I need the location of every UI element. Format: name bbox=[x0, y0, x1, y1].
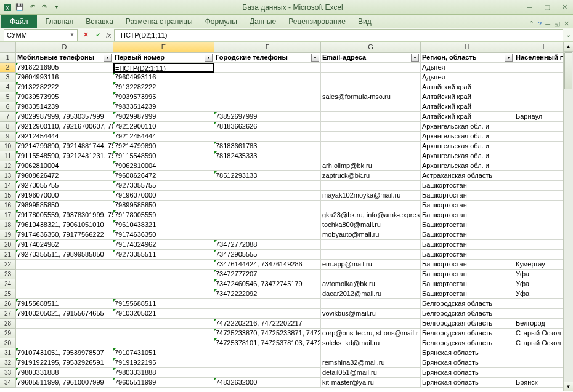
cell[interactable]: 73476144424, 73476149286 bbox=[214, 260, 321, 270]
cell[interactable]: Башкортостан bbox=[421, 289, 514, 299]
row-header-10[interactable]: 10 bbox=[0, 142, 16, 151]
cell[interactable]: 79191922195 bbox=[113, 358, 214, 368]
cell[interactable]: Алтайский край bbox=[421, 82, 514, 92]
cell[interactable]: 79214799890, 79214881744, 7921 bbox=[16, 142, 113, 151]
tab-formulas[interactable]: Формулы bbox=[199, 15, 243, 28]
cell[interactable]: arh.olimp@bk.ru bbox=[321, 161, 421, 171]
cell[interactable] bbox=[321, 102, 421, 112]
cell[interactable]: 74725233870, 74725233871, 7472 bbox=[214, 329, 321, 338]
cell[interactable]: 79803331888 bbox=[113, 368, 214, 378]
cell[interactable]: 79174636350, 79177566222 bbox=[16, 230, 113, 240]
cell[interactable]: Астраханская область bbox=[421, 171, 514, 181]
cell[interactable]: 79604993116 bbox=[113, 73, 214, 82]
filter-dropdown-icon[interactable]: ▼ bbox=[411, 54, 419, 62]
cell[interactable]: 79212454444 bbox=[113, 132, 214, 142]
cell[interactable]: 79605511999 bbox=[113, 378, 214, 388]
cell[interactable]: kit-master@ya.ru bbox=[321, 378, 421, 388]
cell[interactable]: 79107431051, 79539978507 bbox=[16, 348, 113, 358]
cell[interactable]: 79029987999 bbox=[113, 112, 214, 122]
cell[interactable]: Архангельская обл. и bbox=[421, 151, 514, 161]
cell[interactable]: 79212454444 bbox=[16, 132, 113, 142]
row-header-34[interactable]: 34 bbox=[0, 378, 16, 388]
cell[interactable]: 79174024962 bbox=[113, 240, 214, 250]
cell[interactable] bbox=[321, 299, 421, 309]
column-header-H[interactable]: H bbox=[421, 42, 514, 53]
cell[interactable]: Брянская область bbox=[421, 358, 514, 368]
cell[interactable]: Башкортостан bbox=[421, 220, 514, 230]
cell[interactable] bbox=[214, 309, 321, 319]
cell[interactable] bbox=[321, 151, 421, 161]
cell[interactable]: Башкортостан bbox=[421, 240, 514, 250]
cell[interactable]: Архангельская обл. и bbox=[421, 142, 514, 151]
cell[interactable]: mobyauto@mail.ru bbox=[321, 230, 421, 240]
column-header-G[interactable]: G bbox=[321, 42, 421, 53]
cell[interactable]: 79132282222 bbox=[113, 82, 214, 92]
cell[interactable]: 79182216905 bbox=[16, 63, 113, 73]
row-header-30[interactable]: 30 bbox=[0, 338, 16, 348]
row-header-12[interactable]: 12 bbox=[0, 161, 16, 171]
scroll-down-button[interactable]: ▼ bbox=[564, 382, 573, 391]
cell[interactable] bbox=[214, 220, 321, 230]
cell[interactable] bbox=[321, 319, 421, 329]
save-icon[interactable]: 💾 bbox=[15, 2, 25, 12]
column-header-E[interactable]: E bbox=[113, 42, 214, 53]
cell[interactable]: Башкортостан bbox=[421, 191, 514, 201]
cell[interactable]: 79039573995 bbox=[16, 92, 113, 102]
row-header-5[interactable]: 5 bbox=[0, 92, 16, 102]
row-header-26[interactable]: 26 bbox=[0, 299, 16, 309]
tab-data[interactable]: Данные bbox=[243, 15, 282, 28]
cell[interactable]: Алтайский край bbox=[421, 112, 514, 122]
cell[interactable]: Брянская область bbox=[421, 348, 514, 358]
cell[interactable] bbox=[321, 82, 421, 92]
filter-dropdown-icon[interactable]: ▼ bbox=[205, 54, 213, 62]
cell[interactable]: 79608626472 bbox=[113, 171, 214, 181]
cell[interactable] bbox=[214, 358, 321, 368]
excel-icon[interactable]: X bbox=[2, 2, 12, 12]
cancel-formula-icon[interactable]: ✕ bbox=[80, 30, 91, 41]
cell[interactable] bbox=[321, 63, 421, 73]
cell[interactable]: 79212900110, 79216700607, 7921 bbox=[16, 122, 113, 132]
cell[interactable]: Башкортостан bbox=[421, 279, 514, 289]
tab-page-layout[interactable]: Разметка страницы bbox=[120, 15, 199, 28]
cell[interactable]: detail051@mail.ru bbox=[321, 368, 421, 378]
cell[interactable] bbox=[321, 348, 421, 358]
cell[interactable]: 79610438321, 79061051010 bbox=[16, 220, 113, 230]
cell[interactable] bbox=[214, 161, 321, 171]
row-header-15[interactable]: 15 bbox=[0, 191, 16, 201]
row-header-18[interactable]: 18 bbox=[0, 220, 16, 230]
expand-formula-bar-icon[interactable]: ⌄ bbox=[563, 31, 573, 39]
cell[interactable]: 79191922195, 79532926591 bbox=[16, 358, 113, 368]
row-header-32[interactable]: 32 bbox=[0, 358, 16, 368]
insert-function-icon[interactable]: fx bbox=[106, 31, 112, 39]
cell[interactable]: Башкортостан bbox=[421, 250, 514, 260]
cell[interactable] bbox=[113, 319, 214, 329]
cell[interactable] bbox=[214, 230, 321, 240]
row-header-28[interactable]: 28 bbox=[0, 319, 16, 329]
row-header-9[interactable]: 9 bbox=[0, 132, 16, 142]
cell[interactable] bbox=[321, 122, 421, 132]
ribbon-minimize-icon[interactable]: ⌃ bbox=[529, 20, 534, 28]
cell[interactable]: 79604993116 bbox=[16, 73, 113, 82]
cell[interactable]: 73852697999 bbox=[214, 112, 321, 122]
cell[interactable]: zaptruck@bk.ru bbox=[321, 171, 421, 181]
cell[interactable]: 73472772088 bbox=[214, 240, 321, 250]
cell[interactable]: 79273355511 bbox=[113, 250, 214, 260]
cell[interactable] bbox=[214, 181, 321, 191]
row-header-13[interactable]: 13 bbox=[0, 171, 16, 181]
cell[interactable]: Архангельская обл. и bbox=[421, 132, 514, 142]
cell[interactable]: 78512293133 bbox=[214, 171, 321, 181]
cell[interactable]: 79115548590 bbox=[113, 151, 214, 161]
cell[interactable] bbox=[113, 279, 214, 289]
row-header-29[interactable]: 29 bbox=[0, 329, 16, 338]
cell[interactable]: corp@ons-tec.ru, st-ons@mail.r bbox=[321, 329, 421, 338]
cell[interactable] bbox=[214, 348, 321, 358]
cell[interactable]: Архангельская обл. и bbox=[421, 122, 514, 132]
formula-input[interactable]: =ПСТР(D2;1;11) bbox=[114, 29, 563, 41]
cell[interactable]: Башкортостан bbox=[421, 201, 514, 210]
cell[interactable]: mayak102moyka@mail.ru bbox=[321, 191, 421, 201]
cell[interactable]: 79107431051 bbox=[113, 348, 214, 358]
cell[interactable] bbox=[321, 142, 421, 151]
cell[interactable]: 79899585850 bbox=[16, 201, 113, 210]
cell[interactable]: 79273055755 bbox=[113, 181, 214, 191]
vertical-scrollbar[interactable]: ▲ ▼ bbox=[563, 42, 573, 391]
